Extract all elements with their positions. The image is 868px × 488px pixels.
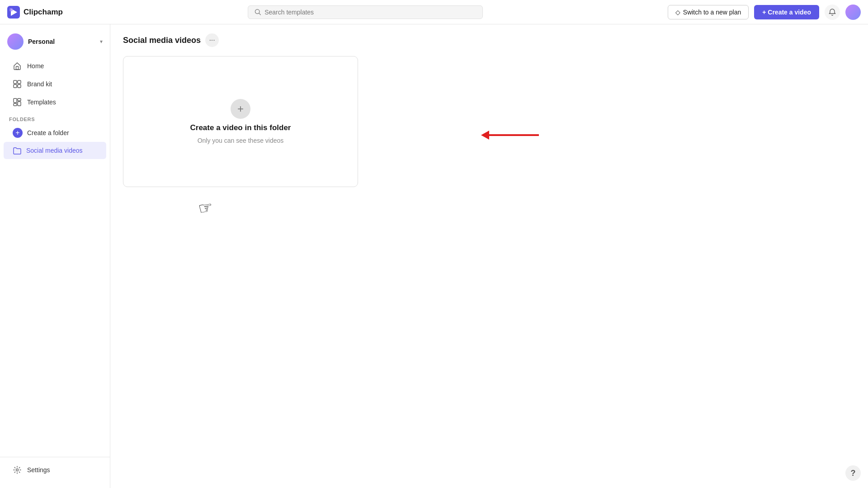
search-input[interactable] bbox=[264, 9, 476, 16]
notifications-button[interactable] bbox=[825, 5, 840, 20]
annotation-arrow bbox=[481, 131, 539, 140]
create-folder-label: Create a folder bbox=[27, 129, 69, 136]
svg-rect-10 bbox=[14, 99, 17, 103]
folder-header: Social media videos ··· bbox=[123, 33, 855, 47]
svg-point-14 bbox=[16, 469, 19, 471]
sidebar: Personal ▾ Home Brand kit bbox=[0, 24, 110, 488]
diamond-icon: ◇ bbox=[675, 9, 680, 16]
sidebar-item-home-label: Home bbox=[27, 62, 44, 70]
templates-icon bbox=[13, 98, 22, 107]
sidebar-avatar bbox=[7, 33, 24, 50]
logo[interactable]: Clipchamp bbox=[7, 6, 63, 19]
svg-rect-6 bbox=[14, 80, 17, 84]
svg-rect-13 bbox=[14, 103, 17, 106]
content-area: Social media videos ··· + Create a video… bbox=[110, 24, 868, 488]
sidebar-item-templates-label: Templates bbox=[27, 99, 56, 106]
sidebar-folder-label: Social media videos bbox=[26, 147, 83, 154]
folder-title: Social media videos bbox=[123, 36, 201, 45]
svg-rect-5 bbox=[16, 66, 19, 70]
switch-plan-button[interactable]: ◇ Switch to a new plan bbox=[668, 5, 749, 19]
bell-icon bbox=[828, 8, 836, 16]
sidebar-item-settings[interactable]: Settings bbox=[4, 461, 106, 479]
cursor-hand: ☞ bbox=[197, 197, 215, 219]
sidebar-item-home[interactable]: Home bbox=[4, 57, 106, 75]
sidebar-item-social-media-videos[interactable]: Social media videos bbox=[4, 142, 106, 159]
logo-icon bbox=[7, 6, 20, 19]
svg-rect-2 bbox=[9, 8, 13, 11]
empty-folder-card[interactable]: + Create a video in this folder Only you… bbox=[123, 56, 358, 187]
help-button[interactable]: ? bbox=[845, 465, 861, 481]
sidebar-bottom: Settings bbox=[0, 457, 110, 483]
arrow-line bbox=[489, 134, 539, 136]
svg-rect-12 bbox=[18, 102, 21, 106]
search-bar[interactable] bbox=[248, 5, 483, 19]
topbar: Clipchamp ◇ Switch to a new plan + Creat… bbox=[0, 0, 868, 24]
create-folder-button[interactable]: + Create a folder bbox=[4, 124, 106, 142]
settings-label: Settings bbox=[27, 466, 50, 474]
empty-folder-title: Create a video in this folder bbox=[190, 123, 291, 132]
sidebar-item-brand-kit-label: Brand kit bbox=[27, 80, 52, 88]
topbar-right: ◇ Switch to a new plan + Create a video bbox=[668, 5, 861, 20]
topbar-left: Clipchamp bbox=[7, 6, 63, 19]
sidebar-item-brand-kit[interactable]: Brand kit bbox=[4, 75, 106, 93]
plus-circle-icon: + bbox=[13, 128, 23, 138]
folder-icon bbox=[13, 146, 22, 155]
home-icon bbox=[13, 61, 22, 70]
svg-line-4 bbox=[259, 13, 260, 14]
main-layout: Personal ▾ Home Brand kit bbox=[0, 24, 868, 488]
add-video-icon[interactable]: + bbox=[231, 99, 250, 119]
sidebar-user[interactable]: Personal ▾ bbox=[0, 30, 110, 57]
settings-icon bbox=[13, 465, 22, 474]
folders-section-label: FOLDERS bbox=[0, 111, 110, 124]
search-icon bbox=[255, 9, 261, 15]
folder-more-button[interactable]: ··· bbox=[205, 33, 219, 47]
sidebar-item-templates[interactable]: Templates bbox=[4, 93, 106, 111]
svg-rect-8 bbox=[14, 84, 17, 88]
sidebar-user-info: Personal bbox=[7, 33, 55, 50]
create-video-button[interactable]: + Create a video bbox=[754, 5, 819, 19]
svg-rect-11 bbox=[18, 99, 21, 101]
svg-rect-7 bbox=[18, 80, 21, 84]
brand-kit-icon bbox=[13, 80, 22, 89]
arrow-head bbox=[481, 131, 489, 140]
avatar[interactable] bbox=[845, 5, 861, 20]
app-name: Clipchamp bbox=[24, 8, 63, 17]
svg-rect-9 bbox=[18, 84, 21, 88]
chevron-down-icon: ▾ bbox=[100, 38, 103, 45]
sidebar-username: Personal bbox=[28, 38, 55, 45]
empty-folder-subtitle: Only you can see these videos bbox=[198, 137, 284, 144]
